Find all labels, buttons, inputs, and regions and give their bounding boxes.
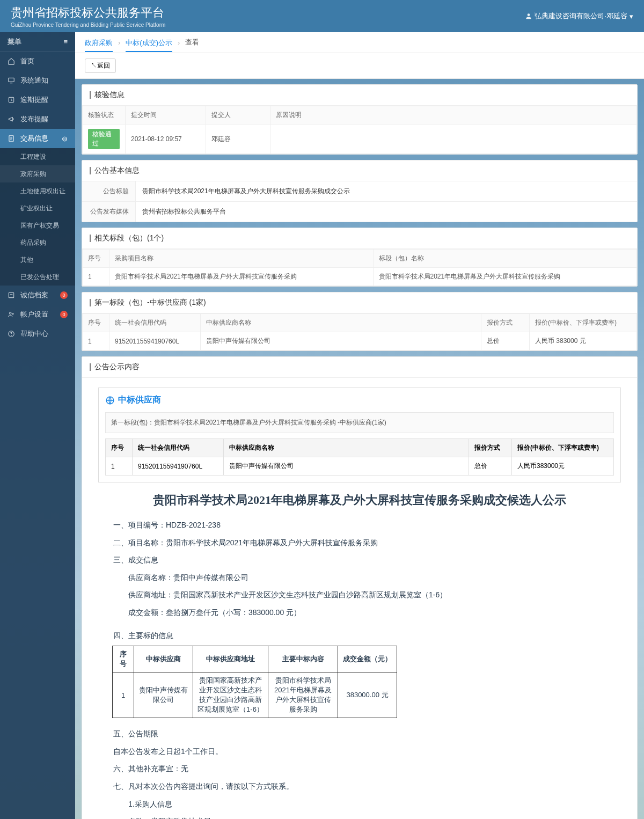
sub-item-4[interactable]: 国有产权交易 (0, 217, 75, 234)
svg-point-6 (12, 313, 13, 315)
panel-title: 第一标段（包）-中标供应商 (1家) (94, 298, 206, 308)
app-header: 贵州省招标投标公共服务平台 GuiZhou Province Tendering… (0, 0, 644, 32)
sidebar-submenu: 工程建设 政府采购 土地使用权出让 矿业权出让 国有产权交易 药品采购 其他 已… (0, 148, 75, 286)
doc-title: 贵阳市科学技术局2021年电梯屏幕及户外大屏科技宣传服务采购成交候选人公示 (98, 492, 621, 508)
panel-title: 公告公示内容 (94, 362, 140, 372)
sidebar-item-publish[interactable]: 发布提醒 (0, 109, 75, 129)
svg-rect-1 (9, 78, 14, 82)
sub-item-6[interactable]: 其他 (0, 251, 75, 268)
sub-item-2[interactable]: 土地使用权出让 (0, 182, 75, 200)
home-icon (8, 57, 15, 65)
winner-card-title: 中标供应商 (99, 388, 620, 412)
sub-item-3[interactable]: 矿业权出让 (0, 200, 75, 217)
monitor-icon (8, 77, 15, 84)
document-body: 贵阳市科学技术局2021年电梯屏幕及户外大屏科技宣传服务采购成交候选人公示 一、… (98, 492, 621, 819)
badge: 0 (60, 291, 68, 299)
clock-icon (8, 96, 15, 104)
sidebar-item-help[interactable]: 帮助中心 (0, 324, 75, 343)
users-icon (8, 311, 15, 318)
globe-icon (105, 396, 115, 405)
verify-panel: 核验信息 核验状态 提交时间 提交人 原因说明 核验通过 2021-08-12 … (82, 84, 638, 155)
sidebar-item-overdue[interactable]: 逾期提醒 (0, 90, 75, 109)
supplier-panel: 第一标段（包）-中标供应商 (1家) 序号统一社会信用代码中标供应商名称报价方式… (82, 292, 638, 351)
minus-icon: ⊖ (62, 135, 68, 143)
badge: 0 (60, 311, 68, 318)
sub-item-7[interactable]: 已发公告处理 (0, 268, 75, 286)
svg-point-5 (10, 312, 12, 315)
sidebar-item-account[interactable]: 帐户设置0 (0, 305, 75, 324)
panel-title: 公告基本信息 (94, 166, 140, 176)
app-subtitle: GuiZhou Province Tendering and Bidding P… (11, 22, 165, 28)
document-icon (8, 135, 15, 142)
winner-card: 中标供应商 第一标段(包)：贵阳市科学技术局2021年电梯屏幕及户外大屏科技宣传… (98, 387, 621, 482)
user-menu[interactable]: 弘典建设咨询有限公司·邓廷容 ▾ (525, 11, 633, 21)
sidebar-item-credit[interactable]: 诚信档案0 (0, 286, 75, 305)
chevron-down-icon: ▾ (630, 12, 633, 20)
sub-item-1[interactable]: 政府采购 (0, 165, 75, 182)
svg-point-0 (528, 13, 530, 16)
main-content: 政府采购 › 中标(成交)公示 › 查看 ↖返回 核验信息 核验状态 提交时间 … (75, 32, 644, 819)
sub-item-5[interactable]: 药品采购 (0, 234, 75, 251)
basic-panel: 公告基本信息 公告标题贵阳市科学技术局2021年电梯屏幕及户外大屏科技宣传服务采… (82, 160, 638, 222)
bids-panel: 相关标段（包）(1个) 序号采购项目名称标段（包）名称 1贵阳市科学技术局202… (82, 228, 638, 287)
notice-panel: 公告公示内容 中标供应商 第一标段(包)：贵阳市科学技术局2021年电梯屏幕及户… (82, 356, 638, 819)
sidebar: 菜单 ≡ 首页 系统通知 逾期提醒 发布提醒 交易信息⊖ 工程建设 政府采购 土… (0, 32, 75, 819)
hamburger-icon[interactable]: ≡ (63, 38, 68, 46)
sidebar-item-home[interactable]: 首页 (0, 52, 75, 71)
sub-item-0[interactable]: 工程建设 (0, 148, 75, 165)
bc-item-0[interactable]: 政府采购 (85, 38, 113, 52)
svg-rect-4 (9, 292, 13, 297)
app-title: 贵州省招标投标公共服务平台 (11, 5, 165, 21)
breadcrumb: 政府采购 › 中标(成交)公示 › 查看 (75, 32, 644, 53)
status-badge: 核验通过 (88, 129, 120, 149)
bc-item-1[interactable]: 中标(成交)公示 (126, 38, 172, 52)
svg-point-8 (11, 335, 12, 336)
bc-item-2: 查看 (185, 38, 199, 47)
user-icon (525, 12, 532, 20)
doc-table: 序号中标供应商中标供应商地址主要中标内容成交金额（元） 1贵阳中声传媒有限公司贵… (112, 646, 397, 718)
sidebar-item-trade[interactable]: 交易信息⊖ (0, 129, 75, 148)
archive-icon (8, 291, 15, 299)
megaphone-icon (8, 115, 15, 123)
panel-title: 核验信息 (94, 90, 125, 100)
help-icon (8, 330, 15, 338)
panel-title: 相关标段（包）(1个) (94, 233, 164, 243)
sidebar-item-notice[interactable]: 系统通知 (0, 71, 75, 90)
menu-header: 菜单 ≡ (0, 32, 75, 52)
back-button[interactable]: ↖返回 (85, 58, 116, 73)
